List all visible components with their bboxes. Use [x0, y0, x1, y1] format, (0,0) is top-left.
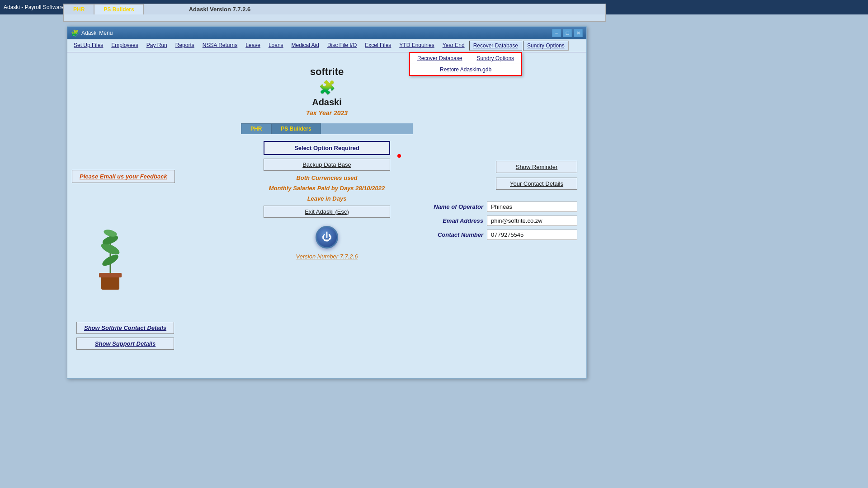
logo-puzzle: 🧩: [319, 80, 335, 95]
tax-year-label: Tax Year 2023: [306, 109, 348, 117]
dropdown-recover-database[interactable]: Recover Database: [410, 53, 469, 64]
bg-tab-phr[interactable]: PHR: [64, 4, 94, 14]
window-content: Please Email us your Feedback softrite 🧩…: [67, 52, 586, 377]
menu-loans[interactable]: Loans: [265, 41, 287, 51]
minimize-button[interactable]: −: [552, 29, 561, 37]
dropdown-header-row: Recover Database Sundry Options: [410, 53, 521, 64]
operator-email-label: Email Address: [429, 217, 483, 224]
currencies-info: Both Currencies used: [296, 174, 357, 181]
close-button[interactable]: ✕: [574, 29, 583, 37]
menu-employees[interactable]: Employees: [108, 41, 142, 51]
select-option-button[interactable]: Select Option Required: [264, 141, 390, 155]
operator-name-value: Phineas: [487, 202, 577, 212]
your-contact-details-button[interactable]: Your Contact Details: [496, 178, 577, 190]
power-button[interactable]: ⏻: [316, 226, 338, 249]
inner-tab-ps-builders[interactable]: PS Builders: [271, 123, 321, 134]
exit-button[interactable]: Exit Adaski (Esc): [264, 206, 390, 218]
os-title-text: Adaski - Payroll Software: [4, 4, 64, 10]
menu-medical-aid[interactable]: Medical Aid: [288, 41, 323, 51]
version-number[interactable]: Version Number 7.7.2.6: [296, 253, 358, 260]
leave-days-info: Leave in Days: [307, 195, 347, 202]
menu-bar: Set Up Files Employees Pay Run Reports N…: [67, 39, 586, 52]
menu-pay-run[interactable]: Pay Run: [143, 41, 171, 51]
main-window: 🧩 Adaski Menu − □ ✕ Set Up Files Employe…: [67, 26, 587, 379]
window-titlebar: 🧩 Adaski Menu − □ ✕: [67, 27, 586, 39]
menu-reports[interactable]: Reports: [172, 41, 198, 51]
show-softrite-contact-button[interactable]: Show Softrite Contact Details: [76, 322, 174, 334]
bottom-left-buttons: Show Softrite Contact Details Show Suppo…: [76, 322, 174, 350]
feedback-button[interactable]: Please Email us your Feedback: [72, 170, 175, 183]
window-controls: − □ ✕: [552, 29, 583, 37]
svg-rect-0: [101, 276, 119, 290]
menu-excel-files[interactable]: Excel Files: [361, 41, 395, 51]
tab-spacer: [321, 123, 413, 134]
bg-version-label: Adaski Version 7.7.2.6: [189, 6, 251, 13]
right-panel: Show Reminder Your Contact Details: [496, 161, 577, 190]
svg-rect-1: [99, 273, 122, 277]
operator-contact-row: Contact Number 0779275545: [429, 230, 577, 240]
inner-tabs: PHR PS Builders: [241, 123, 413, 134]
operator-email-value: phin@softrite.co.zw: [487, 216, 577, 226]
menu-recover-database[interactable]: Recover Database: [469, 41, 522, 51]
red-dot-indicator: [397, 154, 401, 158]
menu-ytd-enquiries[interactable]: YTD Enquiries: [396, 41, 438, 51]
dropdown-restore-adaskim[interactable]: Restore Adaskim.gdb: [410, 64, 521, 75]
bg-tab-ps-builders[interactable]: PS Builders: [94, 4, 143, 14]
menu-disc-file-io[interactable]: Disc File I/O: [324, 41, 360, 51]
backup-database-button[interactable]: Backup Data Base: [264, 159, 390, 171]
softrite-logo-text: softrite: [310, 66, 344, 78]
plant-decoration: [90, 206, 131, 296]
adaski-logo-text: Adaski: [312, 97, 342, 108]
operator-contact-value: 0779275545: [487, 230, 577, 240]
operator-name-row: Name of Operator Phineas: [429, 202, 577, 212]
maximize-button[interactable]: □: [563, 29, 572, 37]
recover-database-dropdown: Recover Database Sundry Options Restore …: [409, 52, 522, 76]
show-reminder-button[interactable]: Show Reminder: [496, 161, 577, 173]
operator-email-row: Email Address phin@softrite.co.zw: [429, 216, 577, 226]
menu-leave[interactable]: Leave: [242, 41, 264, 51]
operator-contact-label: Contact Number: [429, 231, 483, 238]
dropdown-sundry-options[interactable]: Sundry Options: [469, 53, 521, 64]
monthly-salaries-info: Monthly Salaries Paid by Days 28/10/2022: [269, 185, 385, 192]
show-support-button[interactable]: Show Support Details: [76, 338, 174, 350]
background-window: PHR PS Builders Adaski Version 7.7.2.6: [63, 4, 606, 22]
menu-nssa-returns[interactable]: NSSA Returns: [199, 41, 241, 51]
operator-name-label: Name of Operator: [429, 203, 483, 210]
inner-tab-phr[interactable]: PHR: [241, 123, 271, 134]
operator-info: Name of Operator Phineas Email Address p…: [429, 202, 577, 240]
window-title: Adaski Menu: [81, 30, 113, 36]
menu-setup-files[interactable]: Set Up Files: [70, 41, 107, 51]
menu-sundry-options[interactable]: Sundry Options: [523, 41, 569, 51]
menu-year-end[interactable]: Year End: [439, 41, 468, 51]
